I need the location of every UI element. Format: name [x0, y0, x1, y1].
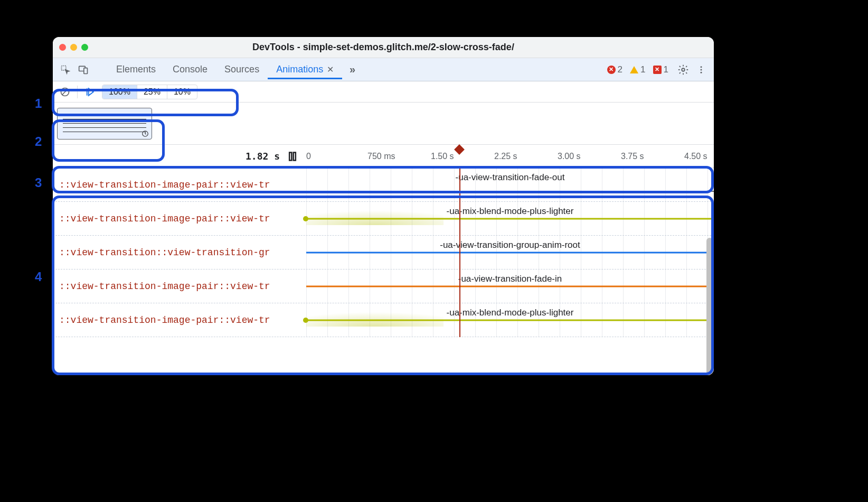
clear-button[interactable]	[57, 84, 73, 100]
callout-2: 2	[35, 134, 42, 149]
animation-tracks: ::view-transition-image-pair::view-tr-ua…	[53, 168, 714, 337]
track-lane[interactable]: -ua-view-transition-group-anim-root	[306, 236, 714, 269]
tick-label: 3.75 s	[621, 152, 644, 161]
error-icon: ✕	[607, 66, 616, 74]
animation-bar[interactable]	[306, 252, 714, 253]
window-controls	[59, 44, 101, 51]
svg-rect-12	[289, 152, 291, 160]
svg-rect-2	[84, 68, 88, 73]
track-element-label: ::view-transition-image-pair::view-tr	[53, 315, 306, 326]
animation-name-label: -ua-mix-blend-mode-plus-lighter	[447, 308, 574, 318]
devtools-window: DevTools - simple-set-demos.glitch.me/2-…	[53, 37, 714, 375]
animation-group-thumbnail[interactable]	[57, 108, 152, 140]
settings-icon[interactable]	[676, 62, 691, 77]
animation-name-label: -ua-mix-blend-mode-plus-lighter	[447, 206, 574, 217]
track-row[interactable]: ::view-transition-image-pair::view-tr-ua…	[53, 269, 714, 303]
track-lane[interactable]: -ua-mix-blend-mode-plus-lighter	[306, 303, 714, 337]
error-count: 2	[618, 64, 622, 75]
timeline-ruler[interactable]: 1.82 s 0750 ms1.50 s2.25 s3.00 s3.75 s4.…	[53, 145, 714, 168]
animation-controls: 100%25%10%	[53, 81, 714, 103]
current-time-label: 1.82 s	[246, 151, 280, 162]
issues-icon: ✕	[653, 66, 662, 74]
track-lane[interactable]: -ua-mix-blend-mode-plus-lighter	[306, 202, 714, 235]
warning-icon	[630, 66, 638, 73]
more-tabs-icon[interactable]: »	[345, 62, 360, 77]
tick-label: 0	[306, 152, 311, 161]
window-title: DevTools - simple-set-demos.glitch.me/2-…	[101, 42, 665, 53]
animation-bar[interactable]	[306, 191, 714, 192]
keyframe-dot[interactable]	[303, 318, 308, 323]
track-row[interactable]: ::view-transition-image-pair::view-tr-ua…	[53, 168, 714, 202]
scrollbar-thumb[interactable]	[706, 238, 713, 375]
tick-label: 3.00 s	[558, 152, 581, 161]
issues-count: 1	[664, 64, 668, 75]
minimize-window-button[interactable]	[70, 44, 77, 51]
svg-line-8	[62, 89, 68, 95]
animation-buffer	[53, 103, 714, 145]
animation-name-label: -ua-view-transition-group-anim-root	[440, 240, 580, 250]
track-row[interactable]: ::view-transition::view-transition-gr-ua…	[53, 236, 714, 269]
tab-elements[interactable]: Elements	[108, 60, 164, 79]
play-pause-button[interactable]	[82, 84, 98, 100]
track-lane[interactable]: -ua-view-transition-fade-in	[306, 269, 714, 303]
warning-counter[interactable]: 1	[630, 64, 645, 75]
close-tab-icon[interactable]: ✕	[324, 65, 333, 74]
playhead-line[interactable]	[459, 168, 460, 337]
svg-point-4	[701, 66, 702, 68]
track-element-label: ::view-transition-image-pair::view-tr	[53, 180, 306, 190]
warning-count: 1	[640, 64, 645, 75]
svg-rect-13	[294, 152, 296, 160]
animation-name-label: -ua-view-transition-fade-out	[456, 172, 565, 183]
issues-counter[interactable]: ✕ 1	[653, 64, 668, 75]
animation-bar[interactable]	[306, 285, 714, 287]
playhead-marker[interactable]	[454, 144, 465, 155]
animation-bar[interactable]	[306, 218, 714, 219]
speed-100[interactable]: 100%	[102, 85, 137, 99]
inspect-icon[interactable]	[58, 62, 73, 77]
speed-25[interactable]: 25%	[137, 85, 167, 99]
track-element-label: ::view-transition-image-pair::view-tr	[53, 213, 306, 224]
zoom-window-button[interactable]	[81, 44, 88, 51]
titlebar: DevTools - simple-set-demos.glitch.me/2-…	[53, 37, 714, 58]
svg-point-6	[701, 71, 702, 73]
tab-sources[interactable]: Sources	[216, 60, 268, 79]
animation-name-label: -ua-view-transition-fade-in	[458, 274, 562, 284]
main-tabbar: ElementsConsoleSourcesAnimations ✕ » ✕ 2…	[53, 58, 714, 81]
tick-label: 4.50 s	[684, 152, 707, 161]
animation-bar[interactable]	[306, 319, 714, 321]
tick-label: 750 ms	[367, 152, 395, 161]
svg-point-5	[701, 69, 702, 70]
kebab-menu-icon[interactable]	[694, 62, 709, 77]
speed-10[interactable]: 10%	[167, 85, 197, 99]
playback-speed-group: 100%25%10%	[102, 85, 197, 99]
tick-label: 1.50 s	[431, 152, 454, 161]
callout-3: 3	[35, 175, 42, 190]
close-window-button[interactable]	[59, 44, 66, 51]
track-element-label: ::view-transition-image-pair::view-tr	[53, 281, 306, 292]
device-icon[interactable]	[76, 62, 91, 77]
track-row[interactable]: ::view-transition-image-pair::view-tr-ua…	[53, 202, 714, 236]
track-row[interactable]: ::view-transition-image-pair::view-tr-ua…	[53, 303, 714, 337]
callout-4: 4	[35, 269, 42, 284]
svg-marker-10	[89, 88, 93, 96]
error-counter[interactable]: ✕ 2	[607, 64, 622, 75]
svg-point-3	[682, 68, 685, 71]
tab-console[interactable]: Console	[164, 60, 216, 79]
keyframe-dot[interactable]	[303, 216, 308, 221]
tab-animations[interactable]: Animations ✕	[268, 60, 342, 79]
vertical-scrollbar[interactable]	[706, 238, 713, 375]
clock-icon	[141, 130, 149, 137]
tick-label: 2.25 s	[494, 152, 517, 161]
callout-1: 1	[35, 96, 42, 111]
pause-all-icon[interactable]	[287, 151, 298, 162]
track-element-label: ::view-transition::view-transition-gr	[53, 247, 306, 258]
track-lane[interactable]: -ua-view-transition-fade-out	[306, 168, 714, 201]
